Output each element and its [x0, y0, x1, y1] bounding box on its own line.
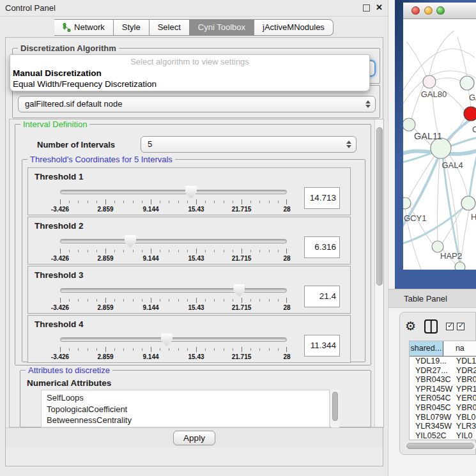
- threshold-value-field[interactable]: 21.4: [304, 286, 340, 307]
- table-cell: YER054C: [410, 394, 454, 403]
- table-cell: YDR2: [454, 366, 476, 376]
- table-cell: YDR27...: [410, 366, 454, 376]
- gear-icon[interactable]: ⚙: [405, 320, 416, 333]
- top-tab[interactable]: Style: [114, 19, 150, 36]
- threshold-label: Threshold 4: [35, 319, 84, 329]
- threshold-slider[interactable]: -3.4262.8599.14415.4321.71528: [60, 334, 287, 362]
- network-window-titlebar: [403, 3, 476, 19]
- slider-handle[interactable]: [125, 235, 136, 248]
- slider-handle[interactable]: [185, 186, 197, 199]
- threshold-panel: Threshold 1 -3.4262.8599.14415.4321.7152…: [27, 167, 351, 215]
- threshold-list: Threshold 1 -3.4262.8599.14415.4321.7152…: [27, 167, 351, 364]
- top-tab[interactable]: Network: [54, 19, 114, 36]
- table-row[interactable]: YLR345W YLR3: [410, 422, 476, 431]
- table-panel-toolbar: ⚙: [405, 318, 475, 335]
- number-of-intervals-label: Number of Intervals: [37, 140, 115, 150]
- table-header-row: shared... na: [410, 341, 476, 357]
- table-row[interactable]: YPR145W YPR1: [410, 385, 476, 394]
- table-cell: YIL0: [454, 431, 476, 440]
- table-row[interactable]: YBL079W YBL0: [410, 413, 476, 422]
- minimize-traffic-light-icon[interactable]: [424, 6, 433, 15]
- algorithm-option-manual[interactable]: Manual Discretization: [13, 68, 367, 79]
- attribute-list-item[interactable]: SelfLoops: [47, 392, 329, 404]
- table-body: YDL19... YDL1 YDR27... YDR2 YBR043C YBR0…: [410, 357, 476, 440]
- slider-scale-labels: -3.4262.8599.14415.4321.71528: [60, 206, 287, 213]
- table-data-combo[interactable]: galFiltered.sif default node: [18, 96, 376, 112]
- node-label: GA: [469, 93, 476, 102]
- slider-track[interactable]: [60, 337, 287, 342]
- slider-track[interactable]: [60, 239, 287, 243]
- slider-handle[interactable]: [161, 334, 173, 346]
- close-window-icon[interactable]: ✕: [376, 3, 383, 12]
- checkbox-icon[interactable]: [446, 323, 454, 330]
- table-cell: YBR043C: [410, 375, 454, 385]
- table-row[interactable]: YER054C YER0: [410, 394, 476, 403]
- combo-arrows-icon: [346, 141, 351, 148]
- table-horizontal-scrollbar[interactable]: [405, 441, 476, 450]
- top-tab[interactable]: Select: [150, 19, 190, 36]
- algorithm-option-equal-width[interactable]: Equal Width/Frequency Discretization: [13, 79, 367, 89]
- tick-label: 9.144: [142, 353, 158, 360]
- tick-label: 15.43: [188, 255, 204, 262]
- threshold-slider[interactable]: -3.4262.8599.14415.4321.71528: [60, 284, 287, 312]
- node-label: H: [471, 212, 476, 222]
- table-row[interactable]: YDL19... YDL1: [410, 357, 476, 366]
- tab-label: Select: [158, 20, 181, 35]
- window-title: Control Panel: [5, 3, 56, 13]
- top-tab[interactable]: Cyni Toolbox: [190, 19, 254, 36]
- close-traffic-light-icon[interactable]: [411, 6, 420, 15]
- zoom-traffic-light-icon[interactable]: [436, 6, 445, 15]
- table-cell: YBL0: [454, 413, 476, 422]
- slider-track[interactable]: [60, 190, 287, 194]
- tick-label: 28: [283, 255, 290, 262]
- network-node: [403, 118, 415, 131]
- tick-label: -3.426: [51, 255, 69, 262]
- network-node: [464, 107, 476, 121]
- threshold-panel: Threshold 3 -3.4262.8599.14415.4321.7152…: [27, 266, 351, 314]
- slider-scale-labels: -3.4262.8599.14415.4321.71528: [60, 353, 287, 361]
- table-cell: YBR045C: [410, 403, 454, 413]
- top-tab[interactable]: jActiveMNodules: [254, 19, 334, 36]
- settings-vertical-scrollbar[interactable]: [374, 119, 383, 427]
- attribute-list-item[interactable]: TopologicalCoefficient: [47, 404, 329, 415]
- tick-label: 21.715: [232, 255, 252, 262]
- interval-definition-group: Interval Definition Number of Intervals …: [15, 124, 371, 365]
- slider-track[interactable]: [60, 288, 287, 293]
- slider-ticks: [60, 347, 287, 353]
- network-canvas[interactable]: GAL80 GA C GAL11 GAL4 GCY1 H HAP2: [403, 19, 476, 270]
- apply-button[interactable]: Apply: [173, 431, 215, 445]
- tick-label: 2.859: [97, 255, 113, 262]
- threshold-panel: Threshold 2 -3.4262.8599.14415.4321.7152…: [27, 217, 351, 265]
- table-cell: YBR0: [454, 403, 476, 413]
- threshold-label: Threshold 3: [35, 270, 84, 280]
- table-row[interactable]: YIL052C YIL0: [410, 431, 476, 440]
- checkbox-icon[interactable]: [457, 323, 464, 330]
- table-row[interactable]: YBR043C YBR0: [410, 375, 476, 385]
- tick-label: -3.426: [51, 206, 69, 213]
- table-row[interactable]: YBR045C YBR0: [410, 403, 476, 413]
- thresholds-group-title: Threshold's Coordinates for 5 Intervals: [27, 155, 175, 164]
- network-node: [460, 76, 474, 90]
- number-of-intervals-combo[interactable]: 5: [141, 136, 357, 153]
- attribute-list-scrollbar[interactable]: [331, 390, 339, 427]
- threshold-slider[interactable]: -3.4262.8599.14415.4321.71528: [60, 235, 287, 263]
- column-header-shared[interactable]: shared...: [410, 341, 443, 356]
- tick-label: -3.426: [51, 353, 69, 360]
- thresholds-group: Threshold's Coordinates for 5 Intervals …: [22, 159, 365, 362]
- tab-label: jActiveMNodules: [263, 20, 325, 35]
- threshold-value-field[interactable]: 6.316: [304, 236, 340, 258]
- threshold-value-field[interactable]: 14.713: [304, 187, 340, 209]
- table-cell: YDL19...: [410, 357, 454, 366]
- slider-handle[interactable]: [233, 284, 245, 297]
- attribute-list-item[interactable]: BetweennessCentrality: [47, 415, 329, 426]
- table-row[interactable]: YDR27... YDR2: [410, 366, 476, 376]
- tick-label: 15.43: [188, 304, 204, 311]
- tick-label: 15.43: [188, 206, 204, 213]
- threshold-slider[interactable]: -3.4262.8599.14415.4321.71528: [60, 186, 287, 214]
- columns-icon[interactable]: [424, 319, 438, 334]
- threshold-value-field[interactable]: 11.344: [304, 335, 340, 357]
- screen: Control Panel ✕ Network: [0, 0, 476, 476]
- algorithm-dropdown-hint: Select algorithm to view settings: [10, 57, 369, 66]
- column-header-name[interactable]: na: [443, 341, 476, 356]
- float-window-icon[interactable]: [363, 4, 370, 12]
